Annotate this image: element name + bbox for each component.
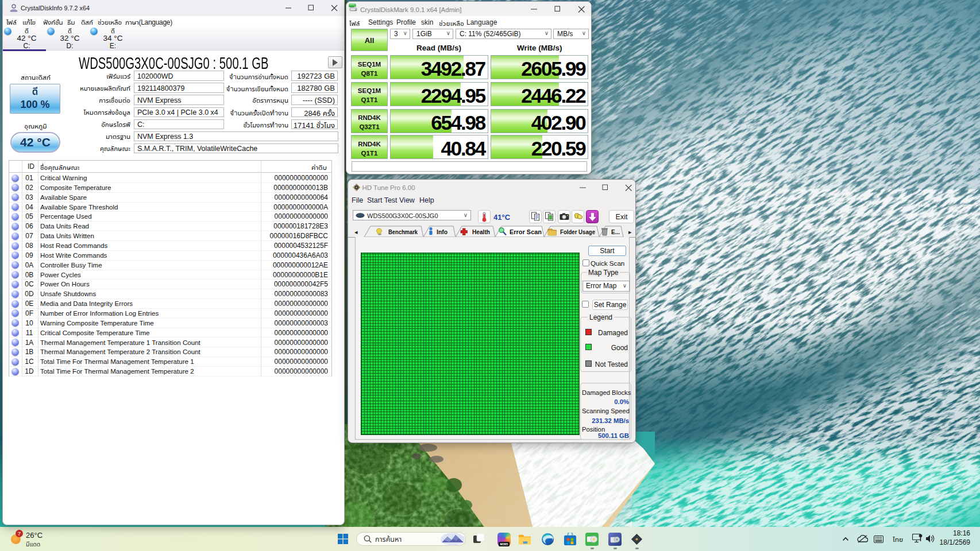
svg-text:Benchmark: Benchmark: [388, 228, 418, 235]
svg-text:◂: ◂: [354, 228, 358, 235]
svg-text:Error Scan: Error Scan: [510, 228, 542, 235]
svg-text:Folder Usage: Folder Usage: [560, 228, 595, 235]
svg-text:Health: Health: [472, 228, 490, 235]
svg-text:Info: Info: [437, 228, 447, 235]
svg-text:▸: ▸: [628, 228, 632, 235]
svg-text:E...: E...: [611, 228, 620, 235]
